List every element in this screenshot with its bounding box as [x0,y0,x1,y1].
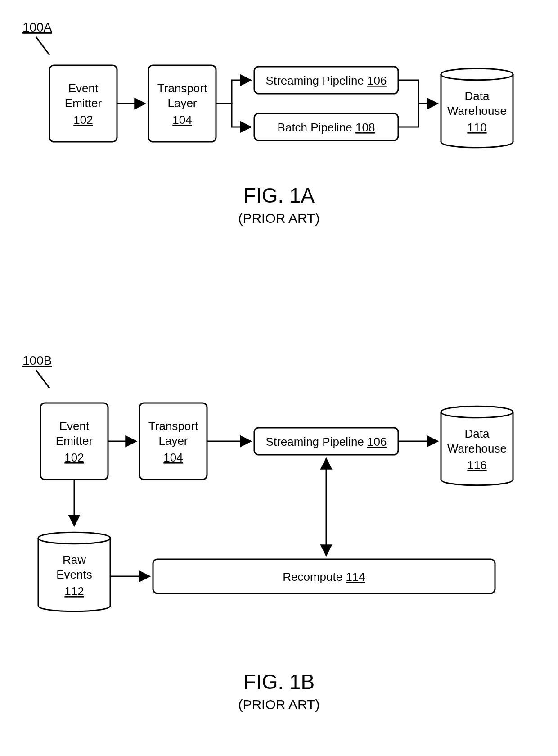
figB-streaming-ref: 106 [367,435,387,448]
figA-transport-layer: Transport Layer 104 [148,65,216,142]
figA-streaming-label: Streaming Pipeline [266,74,367,87]
figB-title: FIG. 1B [243,670,315,693]
figB-event-emitter-ref: 102 [64,451,84,464]
figA-event-emitter-ref: 102 [73,113,93,127]
figB-recompute-ref: 114 [346,570,365,584]
figA-transport-line1: Transport [158,81,207,95]
figB-rawevents-line1: Raw [63,553,86,566]
figB-rawevents-line2: Events [56,568,92,581]
figA-event-emitter: Event Emitter 102 [50,65,117,142]
figA-event-emitter-line1: Event [68,81,99,95]
figB-warehouse-line2: Warehouse [447,442,507,455]
figA-warehouse-line2: Warehouse [447,104,507,118]
figB-transport-line1: Transport [148,419,198,433]
figA-warehouse-ref: 110 [467,121,486,134]
figB-recompute-label: Recompute [283,570,346,584]
figA-number: 100A [22,20,52,34]
figB-data-warehouse: Data Warehouse 116 [441,406,513,485]
diagram-page: 100A Event Emitter 102 Transport Layer 1… [0,0,558,756]
figB-raw-events: Raw Events 112 [38,532,110,611]
figB-warehouse-line1: Data [465,427,490,440]
figA-batch-ref: 108 [356,121,375,134]
figA-warehouse-line1: Data [465,89,490,103]
figA-title: FIG. 1A [243,184,315,207]
figA-transport-line2: Layer [167,96,197,110]
figA-arrow-transport-streaming [216,80,251,104]
figA-batch-text: Batch Pipeline 108 [278,121,375,134]
figA-streaming-ref: 106 [367,74,387,87]
figA-subtitle: (PRIOR ART) [238,211,320,226]
figA-streaming-text: Streaming Pipeline 106 [266,74,387,87]
figA-path-streaming-merge [398,80,438,104]
figA-arrow-transport-batch [216,104,251,127]
figB-recompute-text: Recompute 114 [283,570,365,584]
figA-streaming-pipeline: Streaming Pipeline 106 [254,67,398,94]
figB-streaming-pipeline: Streaming Pipeline 106 [254,428,398,455]
figB-event-emitter-line1: Event [59,419,90,433]
figA-batch-pipeline: Batch Pipeline 108 [254,113,398,140]
figB-transport-layer: Transport Layer 104 [140,403,207,480]
figB-event-emitter-line2: Emitter [56,434,93,448]
figB-number-tick [36,370,50,388]
figB-event-emitter: Event Emitter 102 [40,403,108,480]
figB-streaming-label: Streaming Pipeline [266,435,367,448]
figB-warehouse-ref: 116 [467,458,486,472]
figB-number: 100B [22,353,52,367]
figB-recompute: Recompute 114 [153,559,495,593]
figA-batch-label: Batch Pipeline [278,121,356,134]
figA-number-tick [36,37,50,55]
figB-streaming-text: Streaming Pipeline 106 [266,435,387,448]
figA-event-emitter-line2: Emitter [65,96,102,110]
figB-transport-line2: Layer [158,434,188,448]
figA-arrow-merge-warehouse [398,104,438,127]
figB-transport-ref: 104 [163,451,183,464]
figB-subtitle: (PRIOR ART) [238,697,320,712]
figB-rawevents-ref: 112 [64,584,84,598]
figA-transport-ref: 104 [172,113,192,127]
figA-data-warehouse: Data Warehouse 110 [441,68,513,148]
